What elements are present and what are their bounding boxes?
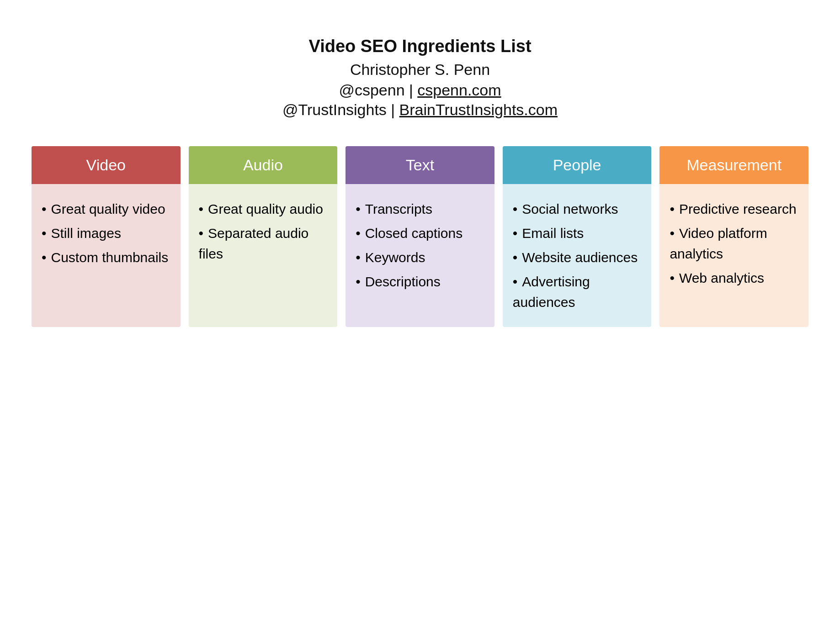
column-header-audio: Audio: [189, 146, 338, 184]
column-measurement: Measurement Predictive research Video pl…: [659, 146, 808, 327]
list-item: Great quality audio: [199, 197, 328, 221]
video-list: Great quality video Still images Custom …: [42, 197, 170, 269]
list-item: Still images: [42, 221, 170, 245]
list-item: Video platform analytics: [670, 221, 798, 266]
list-item: Advertising audiences: [513, 269, 642, 314]
list-item: Keywords: [356, 245, 484, 269]
columns-container: Video Great quality video Still images C…: [32, 146, 808, 327]
author-name: Christopher S. Penn: [282, 61, 558, 79]
list-item: Email lists: [513, 221, 642, 245]
measurement-list: Predictive research Video platform analy…: [670, 197, 798, 290]
list-item: Descriptions: [356, 269, 484, 294]
list-item: Transcripts: [356, 197, 484, 221]
list-item: Website audiences: [513, 245, 642, 269]
column-body-people: Social networks Email lists Website audi…: [503, 184, 652, 327]
column-text: Text Transcripts Closed captions Keyword…: [346, 146, 494, 327]
social-handle-cspenn: @cspenn |: [339, 81, 417, 99]
header-section: Video SEO Ingredients List Christopher S…: [282, 37, 558, 119]
braintrust-link[interactable]: BrainTrustInsights.com: [399, 101, 558, 118]
column-header-measurement: Measurement: [659, 146, 808, 184]
column-audio: Audio Great quality audio Separated audi…: [189, 146, 338, 327]
column-header-text: Text: [346, 146, 494, 184]
column-body-audio: Great quality audio Separated audio file…: [189, 184, 338, 327]
list-item: Closed captions: [356, 221, 484, 245]
column-header-people: People: [503, 146, 652, 184]
column-people: People Social networks Email lists Websi…: [503, 146, 652, 327]
social-line-1: @cspenn | cspenn.com: [282, 81, 558, 99]
column-body-video: Great quality video Still images Custom …: [32, 184, 181, 327]
list-item: Web analytics: [670, 266, 798, 290]
text-list: Transcripts Closed captions Keywords Des…: [356, 197, 484, 294]
column-body-text: Transcripts Closed captions Keywords Des…: [346, 184, 494, 327]
social-line-2: @TrustInsights | BrainTrustInsights.com: [282, 101, 558, 119]
list-item: Great quality video: [42, 197, 170, 221]
list-item: Predictive research: [670, 197, 798, 221]
column-header-video: Video: [32, 146, 181, 184]
list-item: Custom thumbnails: [42, 245, 170, 269]
audio-list: Great quality audio Separated audio file…: [199, 197, 328, 266]
column-video: Video Great quality video Still images C…: [32, 146, 181, 327]
social-handle-trustinsights: @TrustInsights |: [282, 101, 399, 118]
column-body-measurement: Predictive research Video platform analy…: [659, 184, 808, 327]
page-title: Video SEO Ingredients List: [282, 37, 558, 56]
list-item: Separated audio files: [199, 221, 328, 266]
list-item: Social networks: [513, 197, 642, 221]
cspenn-link[interactable]: cspenn.com: [417, 81, 501, 99]
people-list: Social networks Email lists Website audi…: [513, 197, 642, 314]
